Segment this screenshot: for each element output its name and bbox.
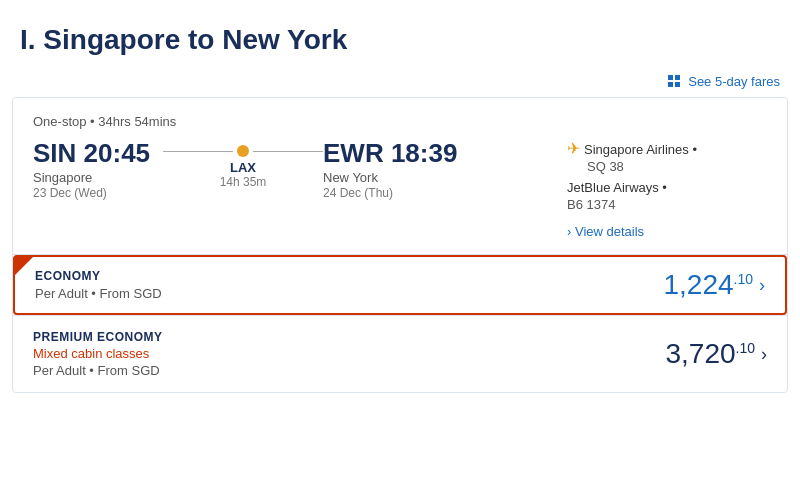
departure-col: SIN 20:45 Singapore 23 Dec (Wed) xyxy=(33,139,163,200)
premium-economy-left: PREMIUM ECONOMY Mixed cabin classes Per … xyxy=(33,330,665,378)
page-title: I. Singapore to New York xyxy=(20,24,780,56)
airline-1: ✈ Singapore Airlines • xyxy=(567,141,767,157)
arrival-date: 24 Dec (Thu) xyxy=(323,186,463,200)
airlines-col: ✈ Singapore Airlines • SQ 38 JetBlue Air… xyxy=(567,139,767,240)
svg-rect-1 xyxy=(675,75,680,80)
economy-fare-section: ECONOMY Per Adult • From SGD 1,224.10 › xyxy=(15,257,785,313)
airline-2-flight: B6 1374 xyxy=(567,197,767,212)
arrival-col: EWR 18:39 New York 24 Dec (Thu) xyxy=(323,139,463,200)
see-5day-fares-link[interactable]: See 5-day fares xyxy=(668,74,780,89)
departure-date: 23 Dec (Wed) xyxy=(33,186,163,200)
fare-box-triangle xyxy=(15,257,33,275)
premium-class-label: PREMIUM ECONOMY xyxy=(33,330,665,344)
page-header: I. Singapore to New York xyxy=(0,0,800,68)
svg-rect-0 xyxy=(668,75,673,80)
economy-per-adult: Per Adult • From SGD xyxy=(35,286,663,301)
view-details-link[interactable]: View details xyxy=(567,224,644,239)
economy-class-label: ECONOMY xyxy=(35,269,663,283)
flight-summary: One-stop • 34hrs 54mins xyxy=(33,114,767,129)
svg-rect-2 xyxy=(668,82,673,87)
route-dot xyxy=(237,145,249,157)
svg-rect-3 xyxy=(675,82,680,87)
layover-airport: LAX xyxy=(230,160,256,175)
economy-fare-left: ECONOMY Per Adult • From SGD xyxy=(35,269,663,301)
economy-arrow-icon: › xyxy=(759,275,765,296)
arrival-city: New York xyxy=(323,170,463,185)
see-5day-row: See 5-day fares xyxy=(0,68,800,97)
flight-card: One-stop • 34hrs 54mins SIN 20:45 Singap… xyxy=(12,97,788,393)
premium-economy-right: 3,720.10 › xyxy=(665,338,767,370)
economy-price: 1,224.10 xyxy=(663,269,753,301)
airline-1-flight: SQ 38 xyxy=(567,159,767,174)
premium-economy-section[interactable]: PREMIUM ECONOMY Mixed cabin classes Per … xyxy=(13,316,787,392)
mixed-cabin-label: Mixed cabin classes xyxy=(33,346,665,361)
flight-info-section: One-stop • 34hrs 54mins SIN 20:45 Singap… xyxy=(13,98,787,254)
grid-icon xyxy=(668,75,682,89)
departure-time: SIN 20:45 xyxy=(33,139,163,168)
premium-per-adult: Per Adult • From SGD xyxy=(33,363,665,378)
route-middle: LAX 14h 35m xyxy=(163,139,323,189)
arrival-time: EWR 18:39 xyxy=(323,139,463,168)
economy-fare-right: 1,224.10 › xyxy=(663,269,765,301)
airline-2: JetBlue Airways • xyxy=(567,180,767,195)
economy-fare-box[interactable]: ECONOMY Per Adult • From SGD 1,224.10 › xyxy=(13,255,787,315)
airline-logo-icon: ✈ xyxy=(567,141,580,157)
flight-route-row: SIN 20:45 Singapore 23 Dec (Wed) LAX 14h… xyxy=(33,139,767,240)
see-5day-label: See 5-day fares xyxy=(688,74,780,89)
premium-price: 3,720.10 xyxy=(665,338,755,370)
premium-arrow-icon: › xyxy=(761,344,767,365)
layover-duration: 14h 35m xyxy=(220,175,267,189)
departure-city: Singapore xyxy=(33,170,163,185)
